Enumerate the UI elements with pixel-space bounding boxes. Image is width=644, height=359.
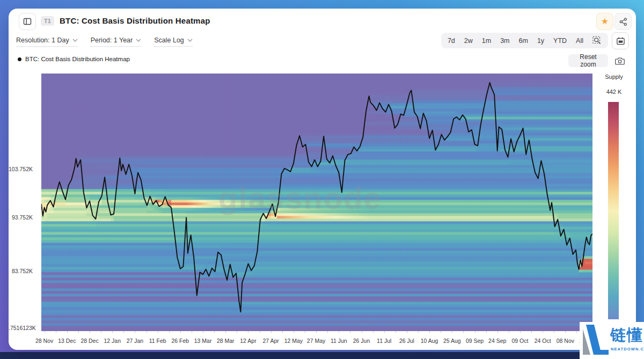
share-button[interactable] — [614, 13, 632, 30]
x-axis-tick — [260, 331, 260, 333]
chevron-down-icon — [187, 39, 193, 42]
x-axis-tick — [554, 331, 554, 333]
panel-left-icon — [23, 17, 32, 26]
x-axis-tick — [112, 331, 113, 333]
period-dropdown[interactable]: Period: 1 Year — [91, 36, 142, 47]
branding-logo-icon — [582, 325, 610, 357]
chart-settings-row: Resolution: 1 Day Period: 1 Year Scale L… — [16, 36, 193, 47]
branding-watermark: 链懂 NEATDOWN.COM — [580, 322, 644, 359]
x-axis-tick — [486, 331, 487, 333]
heatmap-canvas[interactable] — [41, 74, 592, 331]
x-axis-tick — [362, 331, 362, 333]
x-axis-tick — [192, 331, 192, 333]
star-icon: ★ — [601, 17, 609, 26]
x-axis-tick — [203, 331, 203, 333]
x-axis-tick — [543, 331, 543, 333]
chevron-down-icon — [72, 39, 78, 42]
x-axis-tick — [373, 331, 374, 333]
x-axis-tick — [441, 331, 441, 333]
resolution-label: Resolution: 1 Day — [16, 36, 69, 44]
x-axis-tick — [350, 331, 350, 333]
branding-domain: NEATDOWN.COM — [611, 347, 644, 351]
chevron-down-icon — [136, 39, 141, 42]
x-axis-tick — [158, 331, 158, 333]
x-axis-tick — [520, 331, 521, 333]
series-legend: BTC: Cost Basis Distribution Heatmap — [18, 56, 130, 62]
x-axis-tick — [305, 331, 305, 333]
period-label: Period: 1 Year — [91, 36, 133, 44]
supply-colorbar — [608, 102, 619, 319]
x-axis-tick — [384, 331, 385, 333]
y-axis-label: 103.752K — [9, 166, 33, 172]
taskbar-strip — [0, 352, 644, 359]
x-axis-tick — [316, 331, 317, 333]
x-axis-tick — [248, 331, 248, 333]
x-axis-tick — [463, 331, 464, 333]
x-axis-tick — [180, 331, 181, 333]
x-axis-tick — [56, 331, 56, 333]
x-axis-tick — [90, 331, 90, 333]
calendar-icon — [616, 36, 625, 46]
y-axis-label: 93.752K — [9, 214, 33, 221]
range-button-3m[interactable]: 3m — [500, 37, 509, 45]
x-axis-tick — [45, 331, 45, 333]
chart-plot-area: glassnode — [41, 74, 592, 331]
x-axis-tick — [225, 331, 226, 333]
scale-label: Scale Log — [154, 36, 184, 44]
x-axis-tick — [452, 331, 452, 333]
chart-card: T1 BTC: Cost Basis Distribution Heatmap … — [9, 9, 636, 350]
x-axis-tick — [214, 331, 215, 333]
x-axis-tick — [475, 331, 475, 333]
x-axis-tick — [101, 331, 101, 333]
x-axis-tick — [123, 331, 124, 333]
range-button-7d[interactable]: 7d — [448, 37, 455, 45]
x-axis-tick — [135, 331, 135, 333]
zoom-area-icon[interactable] — [592, 36, 602, 45]
x-axis-tick — [147, 331, 147, 333]
share-icon — [619, 17, 628, 26]
y-axis-label: .7516123K — [9, 325, 33, 331]
x-axis-tick — [497, 331, 498, 333]
y-axis-label: 83.752K — [9, 268, 33, 274]
x-axis-tick — [509, 331, 509, 333]
range-button-1m[interactable]: 1m — [482, 37, 491, 45]
page-title: BTC: Cost Basis Distribution Heatmap — [60, 16, 210, 25]
x-axis-tick — [339, 331, 339, 333]
range-button-1y[interactable]: 1y — [537, 37, 544, 45]
range-button-all[interactable]: All — [576, 37, 583, 45]
range-button-6m[interactable]: 6m — [519, 37, 528, 45]
colorbar-title: Supply — [599, 74, 629, 80]
x-axis-tick — [78, 331, 79, 333]
x-axis-tick — [396, 331, 396, 333]
resolution-dropdown[interactable]: Resolution: 1 Day — [16, 36, 78, 47]
x-axis-tick — [67, 331, 68, 333]
x-axis-tick — [576, 331, 577, 333]
x-axis-tick — [407, 331, 407, 333]
x-axis-tick — [271, 331, 272, 333]
range-button-2w[interactable]: 2w — [464, 37, 473, 45]
x-axis-tick — [169, 331, 170, 333]
time-range-group: 7d2w1m3m6m1yYTDAll — [441, 33, 608, 48]
series-dot-icon — [18, 57, 21, 61]
camera-icon[interactable] — [615, 57, 625, 65]
x-axis-tick — [429, 331, 430, 333]
scale-dropdown[interactable]: Scale Log — [154, 36, 193, 47]
x-axis-tick — [237, 331, 237, 333]
series-legend-label: BTC: Cost Basis Distribution Heatmap — [25, 56, 130, 62]
favorite-button[interactable]: ★ — [596, 13, 613, 30]
x-axis-tick — [294, 331, 294, 333]
branding-name: 链懂 — [610, 325, 643, 346]
reset-zoom-button[interactable]: Reset zoom — [568, 54, 608, 67]
sidebar-toggle-button[interactable] — [19, 13, 36, 30]
x-axis-tick — [531, 331, 532, 333]
tab-t1-badge[interactable]: T1 — [41, 16, 54, 26]
range-button-ytd[interactable]: YTD — [553, 37, 567, 45]
x-axis-tick — [282, 331, 283, 333]
x-axis-tick — [565, 331, 566, 333]
calendar-button[interactable] — [612, 32, 629, 49]
colorbar-max-value: 442 K — [599, 89, 629, 95]
x-axis-tick — [327, 331, 328, 333]
x-axis-tick — [418, 331, 419, 333]
